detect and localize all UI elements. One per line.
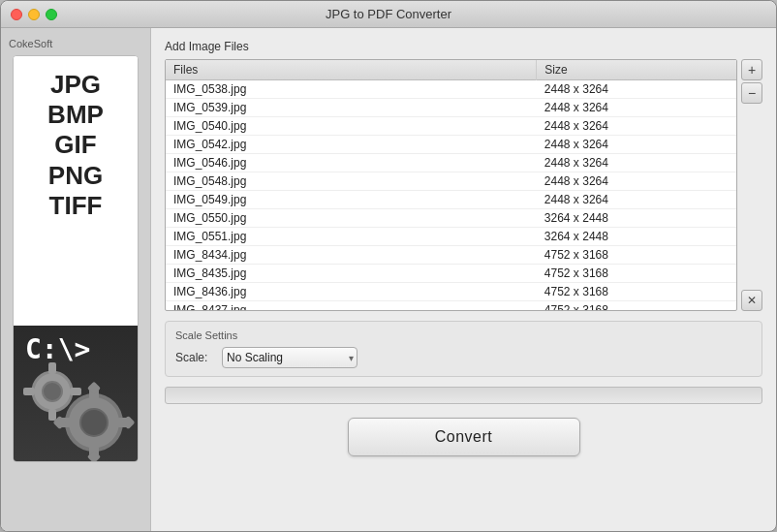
svg-rect-14 [23, 388, 35, 395]
col-header-size: Size [537, 60, 736, 80]
file-name: IMG_0548.jpg [166, 172, 537, 191]
sidebar-brand-label: CokeSoft [9, 38, 52, 49]
file-name: IMG_0542.jpg [166, 136, 537, 154]
file-size: 2448 x 3264 [537, 154, 736, 172]
progress-bar [165, 387, 762, 404]
file-name: IMG_8436.jpg [166, 283, 537, 301]
file-size: 4752 x 3168 [537, 301, 736, 312]
scale-select-wrapper: No Scaling Fit to Page Stretch to Page C… [222, 347, 357, 368]
scale-label: Scale: [175, 351, 214, 364]
file-name: IMG_0539.jpg [166, 99, 537, 117]
main-content: CokeSoft JPG BMP GIF PNG TIFF C:\> [1, 28, 776, 531]
convert-section: Convert [165, 414, 762, 460]
format-jpg: JPG [50, 70, 101, 100]
titlebar: JPG to PDF Converter [1, 1, 776, 28]
file-size: 3264 x 2448 [537, 209, 736, 228]
file-name: IMG_0549.jpg [166, 191, 537, 209]
table-row[interactable]: IMG_8435.jpg4752 x 3168 [166, 265, 736, 283]
side-controls: + − ✕ [741, 59, 762, 311]
table-row[interactable]: IMG_0546.jpg2448 x 3264 [166, 154, 736, 172]
table-row[interactable]: IMG_8437.jpg4752 x 3168 [166, 301, 736, 312]
file-size: 2448 x 3264 [537, 191, 736, 209]
table-row[interactable]: IMG_0539.jpg2448 x 3264 [166, 99, 736, 117]
scale-row: Scale: No Scaling Fit to Page Stretch to… [175, 347, 752, 368]
right-panel: Add Image Files Files Size IMG_0538.jp [151, 28, 776, 531]
remove-file-button[interactable]: − [741, 82, 762, 104]
file-name: IMG_8435.jpg [166, 265, 537, 283]
svg-point-11 [43, 382, 62, 401]
minimize-button[interactable] [28, 9, 40, 20]
table-row[interactable]: IMG_8434.jpg4752 x 3168 [166, 246, 736, 265]
file-size: 4752 x 3168 [537, 246, 736, 265]
file-name: IMG_0550.jpg [166, 209, 537, 228]
format-tiff: TIFF [49, 191, 103, 221]
file-section: Add Image Files Files Size IMG_0538.jp [165, 40, 762, 311]
col-header-files: Files [166, 60, 537, 80]
table-row[interactable]: IMG_0540.jpg2448 x 3264 [166, 117, 736, 136]
sidebar: CokeSoft JPG BMP GIF PNG TIFF C:\> [1, 28, 151, 531]
file-size: 4752 x 3168 [537, 265, 736, 283]
svg-point-1 [80, 409, 108, 436]
maximize-button[interactable] [46, 9, 57, 20]
file-size: 2448 x 3264 [537, 80, 736, 99]
file-list-row: Files Size IMG_0538.jpg2448 x 3264IMG_05… [165, 59, 762, 311]
table-row[interactable]: IMG_0550.jpg3264 x 2448 [166, 209, 736, 228]
gear-icon [14, 326, 138, 461]
window-title: JPG to PDF Converter [326, 7, 451, 21]
sidebar-formats: JPG BMP GIF PNG TIFF [14, 56, 138, 326]
traffic-lights [11, 9, 57, 20]
pm-buttons: + − [741, 59, 762, 104]
svg-rect-13 [48, 409, 56, 421]
format-bmp: BMP [47, 100, 104, 130]
close-button[interactable] [11, 9, 22, 20]
file-table: Files Size IMG_0538.jpg2448 x 3264IMG_05… [166, 60, 736, 311]
table-row[interactable]: IMG_0538.jpg2448 x 3264 [166, 80, 736, 99]
file-table-wrapper: Files Size IMG_0538.jpg2448 x 3264IMG_05… [165, 59, 737, 311]
file-size: 2448 x 3264 [537, 117, 736, 136]
table-row[interactable]: IMG_0551.jpg3264 x 2448 [166, 228, 736, 246]
sidebar-icon-area: C:\> [14, 326, 138, 461]
table-row[interactable]: IMG_8436.jpg4752 x 3168 [166, 283, 736, 301]
clear-files-button[interactable]: ✕ [741, 290, 762, 311]
svg-rect-12 [48, 362, 56, 374]
file-name: IMG_8434.jpg [166, 246, 537, 265]
file-size: 2448 x 3264 [537, 136, 736, 154]
file-name: IMG_0538.jpg [166, 80, 537, 99]
file-name: IMG_8437.jpg [166, 301, 537, 312]
convert-button[interactable]: Convert [348, 418, 580, 456]
sidebar-card: JPG BMP GIF PNG TIFF C:\> [13, 55, 139, 462]
svg-rect-15 [70, 388, 81, 395]
format-gif: GIF [54, 130, 96, 160]
format-png: PNG [48, 161, 103, 191]
file-size: 2448 x 3264 [537, 172, 736, 191]
file-name: IMG_0540.jpg [166, 117, 537, 136]
file-size: 2448 x 3264 [537, 99, 736, 117]
main-window: JPG to PDF Converter CokeSoft JPG BMP GI… [0, 0, 777, 532]
file-size: 4752 x 3168 [537, 283, 736, 301]
scale-select[interactable]: No Scaling Fit to Page Stretch to Page C… [222, 347, 357, 368]
file-section-label: Add Image Files [165, 40, 762, 53]
file-name: IMG_0546.jpg [166, 154, 537, 172]
table-row[interactable]: IMG_0549.jpg2448 x 3264 [166, 191, 736, 209]
add-file-button[interactable]: + [741, 59, 762, 80]
scale-section: Scale Settins Scale: No Scaling Fit to P… [165, 321, 762, 377]
table-row[interactable]: IMG_0542.jpg2448 x 3264 [166, 136, 736, 154]
table-row[interactable]: IMG_0548.jpg2448 x 3264 [166, 172, 736, 191]
scale-section-title: Scale Settins [175, 329, 752, 341]
file-name: IMG_0551.jpg [166, 228, 537, 246]
file-size: 3264 x 2448 [537, 228, 736, 246]
